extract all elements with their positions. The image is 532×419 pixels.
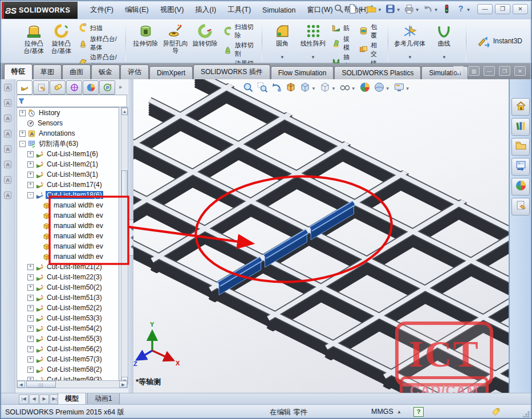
minimize-button[interactable]: — bbox=[477, 4, 493, 14]
open-note-icon[interactable]: A bbox=[2, 112, 14, 124]
open-button[interactable]: ▼ bbox=[365, 2, 383, 18]
panel-right-toggle[interactable]: ▥ bbox=[468, 66, 480, 76]
model-tab-模型[interactable]: 模型 bbox=[58, 393, 86, 405]
home-button[interactable] bbox=[511, 98, 530, 116]
tab-SOLIDWORKS Plastics[interactable]: SOLIDWORKS Plastics bbox=[334, 66, 421, 79]
expander-plus[interactable]: + bbox=[27, 151, 34, 157]
ribbon-button-圆角[interactable]: 圆角▼ bbox=[267, 21, 298, 61]
tab-特征[interactable]: 特征 bbox=[4, 64, 33, 79]
tree-item-Cut-List-Item58(2)[interactable]: +Cut-List-Item58(2) bbox=[17, 364, 119, 375]
tree-item-Cut-List-Item2(1)[interactable]: +Cut-List-Item2(1) bbox=[17, 159, 119, 169]
tab-DimXpert[interactable]: DimXpert bbox=[149, 66, 193, 79]
expander-plus[interactable]: + bbox=[27, 161, 34, 168]
ribbon-button-旋转切除[interactable]: 旋转切除 bbox=[190, 21, 220, 61]
hscroll-thumb[interactable]: ||| bbox=[26, 381, 56, 388]
search-button[interactable] bbox=[332, 2, 346, 18]
menu-item-插入(I)[interactable]: 插入(I) bbox=[190, 3, 221, 17]
zoom-area-button[interactable] bbox=[256, 81, 269, 96]
panel-left-toggle[interactable]: ▣ bbox=[453, 66, 464, 76]
ribbon-button-拔模[interactable]: 拔模 bbox=[330, 34, 355, 52]
ribbon-button-线性阵列[interactable]: 线性阵列▼ bbox=[298, 21, 328, 61]
tree-item-manual width ev[interactable]: manual width ev bbox=[17, 221, 119, 231]
units-dropdown[interactable]: MMGS▲ bbox=[371, 408, 401, 416]
view-palette-button[interactable] bbox=[511, 158, 530, 176]
tree-item-manual width ev[interactable]: manual width ev bbox=[17, 251, 119, 262]
add-annotation-icon[interactable]: A bbox=[2, 128, 14, 139]
tree-item-Cut-List-Item18(6)[interactable]: -Cut-List-Item18(6) bbox=[17, 190, 119, 200]
dropdown-caret-icon[interactable]: ▼ bbox=[377, 7, 382, 13]
panel-tab-propertymanager[interactable] bbox=[33, 80, 49, 95]
expander-plus[interactable]: + bbox=[27, 315, 34, 322]
appearances-button[interactable] bbox=[511, 178, 530, 196]
tab-Flow Simulation[interactable]: Flow Simulation bbox=[271, 66, 334, 79]
dropdown-caret-icon[interactable]: ▼ bbox=[434, 7, 438, 13]
dropdown-caret-icon[interactable]: ▼ bbox=[331, 86, 336, 91]
tree-item-Cut-List-Item55(3)[interactable]: +Cut-List-Item55(3) bbox=[17, 333, 119, 344]
tab-SOLIDWORKS 插件[interactable]: SOLIDWORKS 插件 bbox=[193, 64, 270, 79]
ribbon-button-筋[interactable]: 筋 bbox=[330, 22, 355, 34]
tree-item-Cut-List-Item56(2)[interactable]: +Cut-List-Item56(2) bbox=[17, 344, 119, 354]
expander-plus[interactable]: + bbox=[27, 284, 34, 291]
expander-minus[interactable]: - bbox=[27, 192, 34, 198]
tree-item-Cut-List-Item57(3)[interactable]: +Cut-List-Item57(3) bbox=[17, 354, 119, 364]
menu-item-文件(F)[interactable]: 文件(F) bbox=[85, 3, 119, 17]
doc-minimize-button[interactable]: — bbox=[484, 66, 495, 76]
design-library-button[interactable] bbox=[511, 118, 530, 136]
dropdown-caret-icon[interactable]: ▼ bbox=[359, 7, 363, 13]
expander-plus[interactable]: + bbox=[27, 172, 34, 178]
apply-scene-button[interactable]: ▼ bbox=[373, 81, 391, 96]
ribbon-button-相交[interactable]: 相交 bbox=[357, 40, 382, 59]
ribbon-button-参考几何体[interactable]: 参考几何体▼ bbox=[393, 21, 427, 61]
selection-filter-button[interactable] bbox=[440, 2, 453, 18]
first-tab-button[interactable]: |◀ bbox=[19, 394, 29, 404]
dropdown-caret-icon[interactable]: ▼ bbox=[466, 7, 471, 13]
tree-item-Cut-List-Item50(2)[interactable]: +Cut-List-Item50(2) bbox=[17, 282, 119, 292]
spellcheck-tool-icon[interactable]: A bbox=[2, 97, 14, 108]
next-tab-button[interactable]: ▶ bbox=[39, 394, 49, 404]
resize-grip[interactable] bbox=[523, 411, 530, 418]
filter-input[interactable] bbox=[27, 96, 127, 106]
expander-plus[interactable]: + bbox=[27, 356, 34, 363]
ribbon-button-异型孔向导[interactable]: 异型孔向导 bbox=[160, 21, 190, 61]
hide-show-button[interactable]: ▼ bbox=[339, 81, 357, 96]
view-settings-button[interactable]: ▼ bbox=[393, 81, 411, 96]
dropdown-caret-icon[interactable]: ▼ bbox=[311, 55, 315, 60]
dropdown-caret-icon[interactable]: ▼ bbox=[415, 7, 420, 13]
dropdown-caret-icon[interactable]: ▼ bbox=[408, 55, 412, 60]
ribbon-button-放样凸台/基体[interactable]: 放样凸台/基体 bbox=[76, 34, 120, 52]
ribbon-button-放样切割[interactable]: 放样切割 bbox=[221, 40, 256, 59]
expander-plus[interactable]: + bbox=[27, 182, 34, 188]
dropdown-caret-icon[interactable]: ▼ bbox=[405, 86, 410, 91]
tree-item-manual width ev[interactable]: manual width ev bbox=[17, 241, 119, 251]
expander-minus[interactable]: - bbox=[19, 141, 26, 147]
expander-plus[interactable]: + bbox=[27, 295, 34, 301]
prev-tab-button[interactable]: ◀ bbox=[29, 394, 39, 404]
tree-item-Cut-List-Item17(4)[interactable]: +Cut-List-Item17(4) bbox=[17, 180, 119, 190]
lock-tool-icon[interactable]: A bbox=[2, 158, 14, 170]
panel-tab-dimxpertmanager[interactable] bbox=[66, 80, 82, 95]
dropdown-caret-icon[interactable]: ▼ bbox=[442, 55, 446, 60]
menu-item-Simulation[interactable]: Simulation bbox=[257, 4, 300, 17]
expander-plus[interactable]: + bbox=[27, 274, 34, 280]
panel-tabs-overflow[interactable]: » bbox=[116, 80, 125, 93]
ribbon-button-Instant3D[interactable]: Instant3D bbox=[471, 21, 528, 61]
panel-tab-motionmanager[interactable]: P bbox=[99, 80, 115, 95]
tree-item-Cut-List-Item54(2)[interactable]: +Cut-List-Item54(2) bbox=[17, 323, 119, 333]
dropdown-caret-icon[interactable]: ▼ bbox=[351, 86, 356, 91]
expander-plus[interactable]: + bbox=[27, 305, 34, 311]
section-view-button[interactable] bbox=[285, 81, 297, 96]
tree-vertical-scrollbar[interactable]: ▲ ▼ bbox=[121, 107, 128, 385]
expander-plus[interactable]: + bbox=[19, 110, 26, 116]
annotation-set-icon[interactable]: A bbox=[2, 143, 14, 154]
tab-曲面[interactable]: 曲面 bbox=[62, 64, 91, 79]
expander-plus[interactable]: + bbox=[27, 336, 34, 342]
tree-item-切割清单(63)[interactable]: -切割清单(63) bbox=[17, 139, 119, 149]
panel-tab-featuremanager[interactable] bbox=[17, 80, 33, 95]
ribbon-button-曲线[interactable]: 曲线▼ bbox=[427, 21, 461, 61]
expander-plus[interactable]: + bbox=[27, 367, 34, 373]
expander-plus[interactable]: + bbox=[27, 346, 34, 352]
tab-草图[interactable]: 草图 bbox=[33, 64, 62, 79]
quick-tips-badge[interactable]: ? bbox=[413, 407, 424, 417]
file-explorer-button[interactable] bbox=[511, 138, 530, 156]
print-button[interactable]: ▼ bbox=[403, 2, 421, 18]
